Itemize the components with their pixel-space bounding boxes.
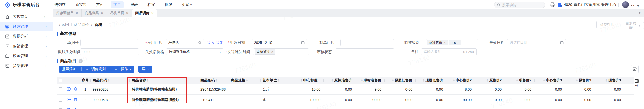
- sort-icon[interactable]: ▲▼: [392, 79, 394, 82]
- sort-icon[interactable]: ▲▼: [246, 79, 248, 82]
- table-header-cell-3[interactable]: 序号: [80, 77, 91, 84]
- notify-time-input[interactable]: 审核通过✕: [253, 48, 309, 55]
- nav-item-7[interactable]: 批发: [162, 1, 175, 8]
- sort-icon[interactable]: ▲▼: [576, 79, 578, 82]
- chevron-right-icon[interactable]: ›: [46, 25, 47, 28]
- table-header-cell-4[interactable]: 商品代码▲▼: [91, 77, 130, 84]
- sort-icon[interactable]: ▲▼: [331, 79, 333, 82]
- sidebar-item-4[interactable]: 促销管理›: [0, 41, 53, 51]
- table-header-cell-6[interactable]: 商品条码▲▼: [198, 77, 229, 84]
- sort-icon[interactable]: ▲▼: [215, 79, 217, 82]
- sidebar-item-1[interactable]: 零售首页⇤: [0, 12, 53, 22]
- adjust-level-more-tag[interactable]: + 5 ...: [449, 40, 461, 45]
- sort-icon[interactable]: ▲▼: [300, 79, 302, 82]
- table-header-cell-16[interactable]: ▲▼现售价2: [505, 77, 535, 84]
- sort-icon[interactable]: ▲▼: [486, 79, 488, 82]
- default-expire-time-input[interactable]: 00:00: [80, 48, 139, 55]
- table-header-cell-9[interactable]: ▲▼中心标准...: [294, 77, 324, 84]
- table-header-cell-7[interactable]: 商品规格▲▼: [229, 77, 261, 84]
- table-header-cell-19[interactable]: ▲▼现售价3: [594, 77, 624, 84]
- table-header-cell-14[interactable]: ▲▼中心售价2: [446, 77, 475, 84]
- org-selector[interactable]: 4020-喜临门零食测试-管理中心: [558, 0, 616, 9]
- row-checkbox[interactable]: [59, 87, 62, 91]
- global-search[interactable]: [494, 2, 545, 8]
- more-functions-button[interactable]: 更多功能▾: [621, 22, 644, 29]
- select-all-checkbox[interactable]: [59, 79, 62, 82]
- create-store-input[interactable]: [340, 39, 394, 46]
- search-input[interactable]: [502, 3, 540, 7]
- apply-store-input[interactable]: 海曙店: [166, 39, 204, 46]
- row-checkbox[interactable]: [59, 98, 62, 102]
- export-button[interactable]: 导出: [138, 66, 152, 73]
- table-header-cell-12[interactable]: ▲▼原最低售价: [385, 77, 416, 84]
- nav-item-1[interactable]: 进销存: [52, 1, 69, 8]
- export-link[interactable]: 导出: [216, 39, 224, 46]
- effective-date-input[interactable]: 2025-12-10: [252, 39, 307, 46]
- table-header-cell-8[interactable]: 基本单位▲▼: [261, 77, 294, 84]
- bill-no-input[interactable]: [80, 39, 138, 46]
- tag-close-icon[interactable]: ✕: [444, 41, 446, 44]
- price-after-expire-select[interactable]: 按调整前价格 ▾: [166, 48, 223, 55]
- tab-close-icon[interactable]: ✕: [151, 11, 154, 15]
- price-rule-button[interactable]: 调价规则⋯: [88, 66, 121, 73]
- tabbar-chevron-icon[interactable]: ▼: [638, 11, 641, 15]
- collapse-panel-button[interactable]: [631, 65, 639, 73]
- help-icon[interactable]: ?: [79, 59, 83, 63]
- tab-close-icon[interactable]: ✕: [101, 11, 103, 15]
- nav-item-5[interactable]: 报表: [128, 1, 141, 8]
- tag-close-icon[interactable]: ✕: [271, 50, 273, 54]
- nav-item-6[interactable]: 档案: [145, 1, 158, 8]
- audit-status-input[interactable]: [336, 48, 394, 55]
- tab-4[interactable]: 商品调价✕: [132, 9, 157, 17]
- table-header-cell-18[interactable]: ▲▼原售价3: [565, 77, 594, 84]
- operate-button[interactable]: 操作▾: [117, 66, 134, 73]
- sidebar-item-6[interactable]: 货架管理›: [0, 61, 53, 71]
- column-settings-control[interactable]: 列: [635, 79, 639, 88]
- add-row-icon[interactable]: [66, 108, 71, 109]
- sort-icon[interactable]: ▲▼: [423, 79, 425, 82]
- sort-icon[interactable]: ▲▼: [147, 79, 149, 82]
- chevron-right-icon[interactable]: ›: [46, 44, 47, 48]
- price-tag-print-button[interactable]: 价签打印: [596, 21, 618, 28]
- table-header-cell-5[interactable]: 商品名称▲▼: [130, 77, 198, 84]
- nav-item-2[interactable]: 新零售: [73, 1, 89, 8]
- sidebar-item-2[interactable]: 经营管理›: [0, 22, 53, 31]
- sort-icon[interactable]: ▲▼: [543, 79, 545, 82]
- nav-item-4[interactable]: 零售: [111, 1, 124, 8]
- sidebar-item-3[interactable]: 数据分析›: [0, 31, 53, 41]
- tab-3[interactable]: 零售首页✕: [107, 9, 132, 17]
- adjust-level-input[interactable]: 标准售价✕ + 5 ...: [426, 39, 478, 46]
- breadcrumb-parent[interactable]: 商品调价: [74, 22, 89, 27]
- tab-close-icon[interactable]: ✕: [76, 11, 78, 15]
- remark-input[interactable]: 请输入备注 0 / 250: [421, 48, 477, 55]
- table-header-cell-11[interactable]: ▲▼现标准售价: [355, 77, 385, 84]
- sort-icon[interactable]: ▲▼: [453, 79, 455, 82]
- delete-row-icon[interactable]: [74, 108, 78, 109]
- delete-row-icon[interactable]: [74, 87, 78, 92]
- table-header-cell-13[interactable]: ▲▼现最低售价: [416, 77, 446, 84]
- expire-date-input[interactable]: 请选择日期: [507, 39, 566, 46]
- sort-icon[interactable]: ▲▼: [605, 79, 607, 82]
- collapse-sidebar-icon[interactable]: ⇤: [44, 15, 47, 19]
- import-link[interactable]: 导入: [207, 39, 215, 46]
- chevron-right-icon[interactable]: ›: [46, 54, 47, 58]
- tab-2[interactable]: 商品档案✕: [82, 9, 107, 17]
- table-header-cell-10[interactable]: ▲▼原标准售价: [324, 77, 355, 84]
- tab-1[interactable]: 库存调整单✕: [53, 9, 82, 17]
- chevron-right-icon[interactable]: ›: [46, 64, 47, 68]
- nav-item-3[interactable]: 支付: [93, 1, 107, 8]
- tab-close-icon[interactable]: ✕: [126, 11, 128, 15]
- sidebar-item-5[interactable]: 设置管理›: [0, 51, 53, 61]
- table-header-cell-17[interactable]: ▲▼中心售价3: [535, 77, 565, 84]
- table-header-cell-15[interactable]: ▲▼原售价2: [475, 77, 505, 84]
- sort-icon[interactable]: ▲▼: [361, 79, 363, 82]
- nav-item-8[interactable]: 更多▾: [179, 1, 194, 8]
- add-row-icon[interactable]: [66, 87, 71, 92]
- chevron-right-icon[interactable]: ›: [46, 34, 47, 38]
- sort-icon[interactable]: ▲▼: [516, 79, 518, 82]
- sort-icon[interactable]: ▲▼: [108, 79, 110, 82]
- delete-row-icon[interactable]: [74, 97, 78, 102]
- batch-add-button[interactable]: 批量添加⋯: [59, 66, 92, 73]
- avatar[interactable]: [622, 1, 629, 8]
- user-menu-chevron-icon[interactable]: ▾: [637, 3, 639, 8]
